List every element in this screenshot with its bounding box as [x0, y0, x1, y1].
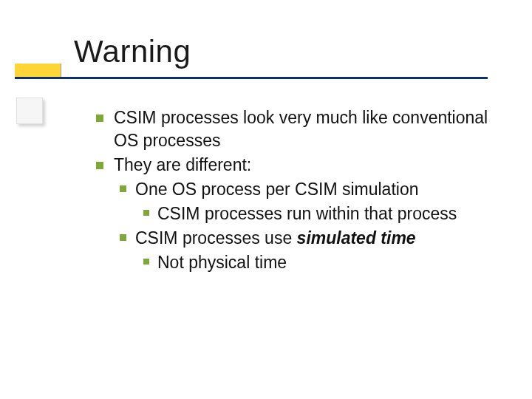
bullet-text: CSIM processes look very much like conve… — [114, 106, 510, 152]
list-item: Not physical time — [143, 251, 510, 274]
decorative-box — [16, 98, 43, 124]
square-bullet-icon — [120, 234, 126, 241]
slide: Warning CSIM processes look very much li… — [0, 0, 532, 399]
list-item: They are different: — [96, 154, 510, 177]
bullet-text: They are different: — [114, 154, 251, 177]
title-block: Warning — [0, 0, 532, 30]
accent-bar — [15, 64, 61, 77]
bullet-text: CSIM processes run within that process — [157, 202, 457, 225]
square-bullet-icon — [143, 210, 149, 216]
list-item: One OS process per CSIM simulation — [120, 178, 510, 201]
bullet-text-prefix: CSIM processes use — [135, 228, 297, 248]
bullet-text: Not physical time — [157, 251, 287, 274]
list-item: CSIM processes use simulated time — [120, 227, 510, 250]
square-bullet-icon — [120, 185, 126, 192]
title-underline — [15, 77, 488, 79]
slide-title: Warning — [74, 34, 191, 69]
content-area: CSIM processes look very much like conve… — [96, 106, 510, 276]
list-item: CSIM processes run within that process — [143, 202, 510, 225]
bullet-text: One OS process per CSIM simulation — [135, 178, 418, 201]
square-bullet-icon — [143, 259, 149, 265]
square-bullet-icon — [96, 115, 103, 122]
square-bullet-icon — [96, 162, 103, 169]
bullet-list: CSIM processes look very much like conve… — [96, 106, 510, 274]
list-item: CSIM processes look very much like conve… — [96, 106, 510, 152]
bullet-text-emph: simulated time — [297, 228, 416, 248]
bullet-text: CSIM processes use simulated time — [135, 227, 416, 250]
